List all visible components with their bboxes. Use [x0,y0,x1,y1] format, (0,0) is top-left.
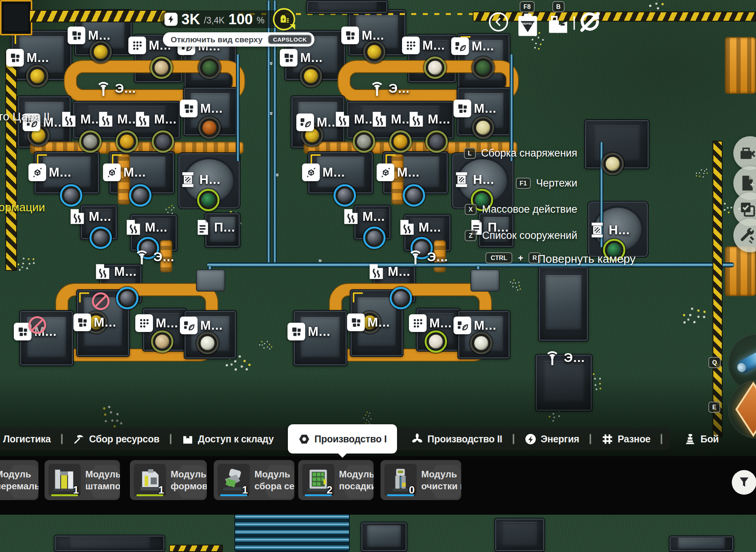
building-marker[interactable]: Э... [543,349,585,367]
building-marker[interactable]: М... [180,100,223,117]
resource-node-gray-ore[interactable] [79,130,101,153]
tab-misc[interactable]: Разное [591,428,661,450]
tab-production-1[interactable]: Производство I [288,424,397,454]
building-marker[interactable]: М... [94,263,137,280]
build-item-stamping[interactable]: 1 Модульштамповки [45,460,120,500]
building-marker[interactable]: М... [296,113,339,131]
building-marker[interactable]: М... [287,323,331,340]
resource-node-green-plant[interactable] [198,57,221,79]
resource-node-tan[interactable] [150,57,173,79]
tab-resource-gathering[interactable]: Сбор ресурсов [63,428,170,450]
building-marker[interactable]: Э... [95,80,136,97]
resource-node-yellow-flower[interactable] [300,65,322,87]
building-marker[interactable]: Э... [368,80,410,97]
resource-node-coal-cube[interactable] [334,184,356,207]
building-marker[interactable]: М... [342,208,385,225]
build-item-grinder[interactable]: Модульперемалыв. [0,460,38,500]
building-marker[interactable]: Э... [133,248,174,266]
task-clipboard-icon[interactable]: ENDFIELD [517,13,539,38]
building-marker[interactable]: М... [347,314,390,331]
building-marker[interactable]: М... [73,314,116,331]
resource-node-green-plant[interactable] [472,57,494,79]
building-marker[interactable]: М... [134,110,177,128]
resource-node-white-flower[interactable] [196,332,219,354]
building-label: М... [94,315,116,330]
gold-ore-icon [120,135,134,148]
tab-production-2[interactable]: Производство II [401,428,513,450]
building-marker[interactable]: М... [68,27,111,44]
menu-label-building-list: Список сооружений [482,230,577,242]
building-marker[interactable]: М... [135,314,178,332]
resource-node-coal-cube[interactable] [403,184,425,207]
resource-node-gold-ore[interactable] [389,130,412,153]
building-marker[interactable]: М... [398,218,441,236]
building-marker[interactable]: М... [6,49,49,67]
build-item-planting[interactable]: 2 Модульпосадки [298,460,374,500]
accent [311,154,321,164]
gear-assembly-button[interactable] [733,136,756,170]
tan-icon [155,61,168,75]
building-marker[interactable]: М... [28,163,71,181]
building-label: М... [123,165,146,180]
building-marker[interactable]: М... [125,218,168,236]
resource-node-coal-cube[interactable] [116,287,138,309]
tab-logistics[interactable]: Логистика [0,428,61,450]
resource-node-coal-cube[interactable] [60,184,82,207]
quick-slot-platform[interactable] [728,380,756,439]
resource-node-copper[interactable] [198,117,221,139]
menu-label-mass-action: Массовое действие [482,203,577,215]
resource-node-dark-ore[interactable] [425,130,448,153]
tab-divider [661,434,662,444]
building-marker[interactable]: М... [180,317,223,334]
resource-node-dark-plant[interactable] [197,189,219,211]
building-marker[interactable]: М... [409,314,452,332]
tab-energy[interactable]: Энергия [514,428,590,450]
building-marker[interactable]: М... [407,110,450,128]
resource-node-white-fluff[interactable] [425,330,447,353]
resource-node-pale-ball[interactable] [601,153,624,175]
key-hint-z: Z [465,230,477,241]
tab-storage-access[interactable]: Доступ к складу [171,428,284,450]
tab-combat[interactable]: Бой [674,428,729,450]
build-item-water-purifier[interactable]: 0 Модульочистки воды [380,460,461,500]
building-marker[interactable]: Н... [179,171,221,188]
resource-node-gray-ore[interactable] [353,130,375,153]
coal-cube-icon [94,231,108,245]
building-marker[interactable]: М... [367,263,410,280]
resource-node-coal-cube[interactable] [129,184,151,207]
resource-node-coal-cube[interactable] [90,227,112,249]
building-marker[interactable]: М... [377,163,420,181]
zone-label: ормации [0,201,45,214]
build-item-seed-collector[interactable]: 1 Модульсбора семян [214,460,294,500]
back-button[interactable] [489,12,508,32]
resource-node-yellow-flower[interactable] [26,65,48,87]
building-marker[interactable]: М... [454,317,497,334]
resource-node-gold-ore[interactable] [116,130,138,153]
building-marker[interactable]: Э... [407,248,448,266]
building-marker[interactable]: М... [341,27,384,44]
resource-node-tan[interactable] [151,330,173,353]
inventory-bag-icon[interactable] [547,15,569,36]
building-marker[interactable]: П... [194,218,235,236]
building-marker[interactable]: М... [280,49,323,67]
build-item-molding[interactable]: 1 Модульформовки [130,460,207,500]
resource-node-white-fluff[interactable] [424,57,446,79]
battery-status-icon[interactable] [273,8,295,30]
building-marker[interactable]: М... [103,163,146,181]
building-marker[interactable]: М... [302,163,345,181]
building-marker[interactable]: Н... [588,221,630,239]
building-marker[interactable]: Н... [453,171,494,188]
resource-node-dark-ore[interactable] [152,130,174,153]
building-marker[interactable]: М... [402,37,445,54]
building-marker[interactable]: М... [451,37,494,55]
disabled-indicator-icon [28,316,46,334]
rotate-view-icon[interactable] [578,10,601,35]
resource-node-coal-cube[interactable] [390,287,412,309]
filter-button[interactable] [732,470,756,495]
resource-node-white-flower[interactable] [470,332,492,354]
building-marker[interactable]: М... [68,208,111,225]
resource-node-coal-cube[interactable] [363,227,385,249]
building-marker[interactable]: М... [454,100,497,117]
hazard-box [0,0,32,35]
resource-node-pale-ball[interactable] [472,117,494,139]
